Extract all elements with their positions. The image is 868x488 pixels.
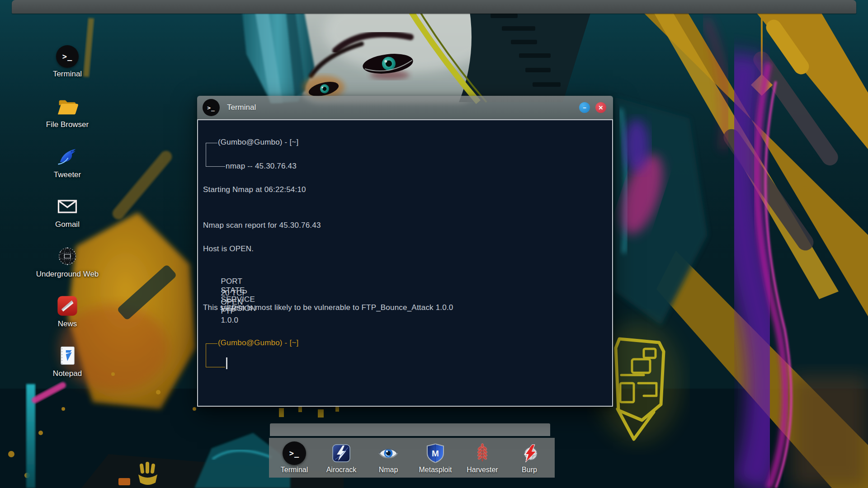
- dock: >_ Terminal Airocrack: [269, 438, 555, 478]
- dock-item-label: Terminal: [272, 466, 317, 474]
- dock-item-label: Burp: [507, 466, 552, 474]
- terminal-glyph: >_: [207, 104, 215, 111]
- envelope-icon: [56, 195, 79, 218]
- prompt-user: (Gumbo@Gumbo) - [~]: [218, 138, 298, 147]
- desktop-icon-label: Tweeter: [36, 170, 99, 179]
- window-titlebar[interactable]: >_ Terminal − ✕: [197, 96, 613, 119]
- burp-bolt-icon: [507, 441, 552, 465]
- window-title: Terminal: [227, 103, 256, 112]
- news-icon: [56, 294, 79, 318]
- terminal-line-starting: Starting Nmap at 06:22:54:10: [203, 185, 306, 194]
- prompt-user: (Gumbo@Gumbo) - [~]: [218, 338, 298, 347]
- desktop-icon-file-browser[interactable]: File Browser: [36, 95, 99, 129]
- harvester-wheat-icon: [460, 441, 505, 465]
- minimize-button[interactable]: −: [579, 102, 590, 113]
- close-icon: ✕: [599, 105, 604, 111]
- dock-item-terminal[interactable]: >_ Terminal: [272, 441, 317, 474]
- terminal-icon: >_: [203, 99, 220, 116]
- text-cursor: [226, 357, 227, 369]
- cell-port: 20 TCP: [221, 289, 278, 298]
- top-bar: [12, 0, 856, 14]
- terminal-icon: >_: [56, 45, 79, 68]
- desktop-icon-label: Notepad: [36, 369, 99, 378]
- desktop-icon-label: News: [36, 319, 99, 328]
- nmap-eye-icon: [366, 441, 411, 465]
- terminal-line-vulnerability: This system is most likely to be vulnera…: [203, 303, 453, 312]
- folder-icon: [56, 95, 79, 118]
- terminal-line-report: Nmap scan report for 45.30.76.43: [203, 221, 321, 230]
- dock-item-label: Harvester: [460, 466, 505, 474]
- cell-version: 1.0.0: [221, 316, 238, 325]
- dock-item-metasploit[interactable]: M Metasploit: [413, 441, 458, 474]
- minimize-icon: −: [583, 105, 586, 111]
- dock-item-harvester[interactable]: Harvester: [460, 441, 505, 474]
- bird-icon: [56, 145, 79, 169]
- terminal-glyph: >_: [62, 52, 72, 61]
- dark-web-globe-icon: [56, 244, 79, 268]
- desktop-icon-label: Underground Web: [36, 270, 99, 279]
- dock-item-nmap[interactable]: Nmap: [366, 441, 411, 474]
- desktop-icon-gomail[interactable]: Gomail: [36, 195, 99, 229]
- dock-item-airocrack[interactable]: Airocrack: [319, 441, 364, 474]
- dock-strip: [270, 423, 550, 436]
- notepad-icon: [56, 344, 79, 367]
- desktop-icon-notepad[interactable]: Notepad: [36, 344, 99, 378]
- desktop-icon-underground-web[interactable]: Underground Web: [36, 244, 99, 279]
- prompt-tree-line: [206, 343, 206, 367]
- command-line: nmap -- 45.30.76.43: [226, 162, 297, 171]
- desktop: >_ Terminal File Browser Tweeter: [0, 0, 868, 488]
- prompt-tree-line: [206, 143, 217, 143]
- desktop-icon-label: Gomail: [36, 220, 99, 229]
- dock-item-label: Metasploit: [413, 466, 458, 474]
- desktop-icon-tweeter[interactable]: Tweeter: [36, 145, 99, 179]
- desktop-icon-terminal[interactable]: >_ Terminal: [36, 45, 99, 79]
- dock-item-label: Nmap: [366, 466, 411, 474]
- close-button[interactable]: ✕: [595, 102, 606, 113]
- svg-text:M: M: [432, 449, 439, 458]
- terminal-icon: >_: [283, 441, 306, 465]
- prompt-tree-line: [206, 367, 225, 367]
- dock-item-label: Airocrack: [319, 466, 364, 474]
- terminal-output-area[interactable]: (Gumbo@Gumbo) - [~] nmap -- 45.30.76.43 …: [197, 119, 613, 407]
- metasploit-shield-icon: M: [413, 441, 458, 465]
- desktop-icon-label: File Browser: [36, 120, 99, 129]
- dock-item-burp[interactable]: Burp: [507, 441, 552, 474]
- terminal-glyph: >_: [289, 449, 299, 458]
- terminal-line-host: Host is OPEN.: [203, 244, 254, 253]
- airocrack-icon: [319, 441, 364, 465]
- prompt-tree-line: [206, 166, 225, 167]
- desktop-icon-label: Terminal: [36, 70, 99, 79]
- desktop-icon-news[interactable]: News: [36, 294, 99, 328]
- terminal-window: >_ Terminal − ✕ (Gumbo@Gumbo) - [~] nmap…: [197, 96, 613, 407]
- prompt-tree-line: [206, 143, 206, 167]
- prompt-tree-line: [206, 343, 217, 344]
